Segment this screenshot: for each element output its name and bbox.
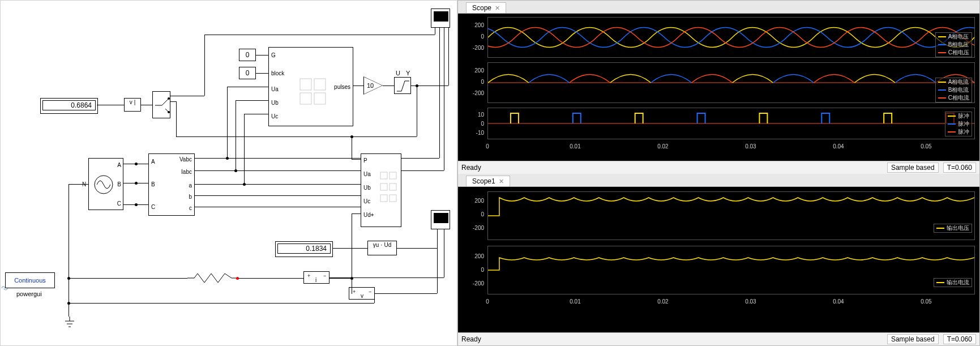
- mean-block[interactable]: γu · Ud: [367, 241, 397, 255]
- legend-item: 脉冲: [958, 112, 969, 120]
- wire: [448, 31, 449, 86]
- scope-yaxis: 200 0 -200 200 0 -200 10 0 -10: [458, 14, 486, 161]
- node: [350, 135, 353, 138]
- svg-text:i: i: [315, 277, 316, 283]
- svg-rect-11: [390, 172, 396, 179]
- converter-block[interactable]: P Ua Ub Uc Ud+: [361, 153, 401, 227]
- legend-current: A相电流 B相电流 C相电流: [935, 78, 972, 102]
- saturation-icon: [395, 78, 412, 95]
- wire: [238, 278, 303, 279]
- ytick: 200: [460, 253, 484, 259]
- port-Iabc: Iabc: [181, 169, 192, 175]
- port-c2: c: [189, 205, 192, 211]
- node: [416, 84, 418, 87]
- port-b: B: [117, 181, 121, 187]
- wire: [375, 293, 437, 294]
- powergui-block[interactable]: Continuous: [5, 272, 55, 288]
- port-cub: Ub: [363, 185, 371, 191]
- svg-point-7: [168, 97, 170, 100]
- scope-tabbar: Scope ✕: [458, 1, 979, 14]
- legend-item: 脉冲: [958, 120, 969, 128]
- scope-xaxis: 0 0.01 0.02 0.03 0.04 0.05: [487, 140, 975, 151]
- display1-block[interactable]: 0.6864: [40, 98, 98, 114]
- node: [350, 277, 353, 280]
- wire: [204, 35, 205, 96]
- wire: [352, 159, 361, 160]
- current-sensor-block[interactable]: +−i: [303, 271, 329, 284]
- legend-item: B相电流: [948, 86, 969, 94]
- wire: [256, 55, 268, 55]
- status-mode: Sample based: [887, 334, 939, 344]
- scope1-status-bar: Ready Sample based T=0.060: [458, 332, 979, 345]
- wire: [444, 31, 444, 170]
- thyristor-bridge-icon: [379, 171, 399, 205]
- voltage-sensor-block[interactable]: +−v: [349, 287, 375, 300]
- powergui-mode: Continuous: [14, 277, 46, 284]
- node: [243, 183, 246, 186]
- svg-text:v: v: [361, 293, 363, 299]
- scope1-tab[interactable]: Scope1 ✕: [466, 176, 510, 186]
- scope1-yaxis: 200 0 -200 200 0 -200: [458, 187, 486, 332]
- simulink-canvas[interactable]: 0 0 G block Ua Ub Uc pulses 10 U: [0, 0, 457, 346]
- powergui-name: powergui: [16, 291, 42, 297]
- ytick: -10: [460, 130, 484, 136]
- svg-text:−: −: [369, 289, 371, 294]
- wire: [437, 233, 438, 248]
- port-Vabc: Vabc: [179, 156, 192, 163]
- wire: [176, 136, 417, 137]
- abs-out: |: [134, 99, 136, 105]
- legend-item: B相电压: [948, 41, 969, 49]
- port-C: C: [151, 204, 155, 210]
- switch-block[interactable]: [152, 91, 170, 118]
- svg-rect-15: [390, 195, 396, 202]
- scope-tab[interactable]: Scope ✕: [466, 2, 506, 13]
- wire: [170, 101, 176, 102]
- wire: [69, 278, 187, 279]
- resistor-block[interactable]: [187, 272, 238, 284]
- legend-item: C相电流: [948, 94, 969, 102]
- abs-block[interactable]: v |: [124, 98, 141, 112]
- three-phase-measurement-block[interactable]: A B C Vabc Iabc a b c: [148, 153, 195, 216]
- wire: [227, 87, 268, 87]
- ytick: -200: [460, 90, 484, 96]
- three-phase-source-block[interactable]: A B C N: [88, 158, 123, 210]
- ytick: 200: [460, 198, 484, 204]
- xtick: 0.01: [570, 143, 580, 149]
- wire: [227, 87, 228, 158]
- xtick: 0: [486, 143, 489, 149]
- scope1-xaxis: 0 0.01 0.02 0.03 0.04 0.05: [487, 296, 975, 306]
- legend-item: A相电流: [948, 78, 969, 86]
- wire: [244, 114, 245, 184]
- xtick: 0.05: [921, 143, 931, 149]
- constant-value: 0: [246, 51, 250, 59]
- scope1-block[interactable]: [431, 210, 450, 229]
- constant-block[interactable]: 0: [239, 67, 256, 79]
- scope-plot-pulse: 脉冲 脉冲 脉冲: [487, 108, 975, 139]
- close-icon[interactable]: ✕: [495, 5, 500, 12]
- node: [234, 169, 237, 172]
- constant-g[interactable]: 0: [239, 49, 256, 61]
- pulse-generator-block[interactable]: G block Ua Ub Uc pulses: [268, 47, 353, 126]
- scope-body[interactable]: 200 0 -200 200 0 -200 10 0 -10 A相电压: [458, 14, 979, 161]
- sat-out-label: Y: [406, 70, 410, 76]
- status-time: T=0.060: [943, 163, 976, 173]
- ytick: 0: [460, 267, 484, 273]
- svg-text:−: −: [323, 273, 326, 279]
- display2-value: 0.1834: [277, 244, 331, 254]
- saturation-block[interactable]: [394, 77, 411, 94]
- port-cua: Ua: [363, 171, 371, 177]
- scope-block[interactable]: [431, 8, 450, 28]
- wire: [244, 114, 268, 114]
- scope-icon: [434, 11, 448, 22]
- port-cuc: Uc: [363, 198, 370, 204]
- port-B: B: [151, 181, 155, 187]
- close-icon[interactable]: ✕: [499, 178, 504, 185]
- ytick: -200: [460, 280, 484, 287]
- port-ub: Ub: [271, 100, 279, 106]
- xtick: 0.05: [921, 298, 931, 305]
- wire: [329, 278, 352, 279]
- svg-text:+: +: [307, 273, 310, 279]
- scope1-body[interactable]: 200 0 -200 200 0 -200 输出电压: [458, 187, 979, 332]
- display2-block[interactable]: 0.1834: [275, 241, 333, 257]
- ground-block[interactable]: [64, 317, 75, 329]
